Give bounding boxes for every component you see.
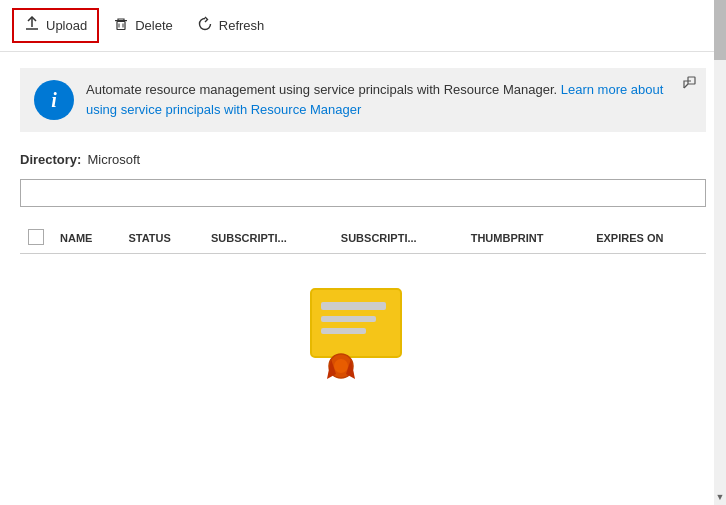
- certificates-table: NAME STATUS SUBSCRIPTI... SUBSCRIPTI... …: [20, 223, 706, 254]
- upload-label: Upload: [46, 18, 87, 33]
- directory-label: Directory:: [20, 152, 81, 167]
- select-all-checkbox[interactable]: [28, 229, 44, 245]
- svg-point-13: [334, 359, 348, 373]
- upload-icon: [24, 16, 40, 35]
- scrollbar-arrow-down[interactable]: ▼: [714, 489, 726, 505]
- table-header-row: NAME STATUS SUBSCRIPTI... SUBSCRIPTI... …: [20, 223, 706, 254]
- subscription1-column-header: SUBSCRIPTI...: [203, 223, 333, 254]
- toolbar: Upload Delete Refresh: [0, 0, 726, 52]
- expires-column-header: EXPIRES ON: [588, 223, 706, 254]
- main-content: i Automate resource management using ser…: [0, 52, 726, 415]
- delete-label: Delete: [135, 18, 173, 33]
- certificate-icon: [303, 284, 423, 379]
- info-icon: i: [34, 80, 74, 120]
- status-column-header: STATUS: [120, 223, 203, 254]
- directory-row: Directory: Microsoft: [20, 152, 706, 167]
- empty-state-illustration: [20, 254, 706, 399]
- svg-rect-11: [321, 328, 366, 334]
- thumbprint-column-header: THUMBPRINT: [463, 223, 588, 254]
- delete-icon: [113, 16, 129, 35]
- info-text: Automate resource management using servi…: [86, 80, 692, 119]
- upload-button[interactable]: Upload: [12, 8, 99, 43]
- scrollbar[interactable]: ▲ ▼: [714, 0, 726, 505]
- search-input[interactable]: [20, 179, 706, 207]
- info-banner: i Automate resource management using ser…: [20, 68, 706, 132]
- svg-rect-10: [321, 316, 376, 322]
- delete-button[interactable]: Delete: [103, 10, 183, 41]
- external-link-icon[interactable]: [683, 76, 696, 92]
- directory-value: Microsoft: [87, 152, 140, 167]
- refresh-button[interactable]: Refresh: [187, 10, 275, 41]
- svg-rect-9: [321, 302, 386, 310]
- svg-rect-8: [311, 289, 401, 357]
- name-column-header: NAME: [52, 223, 120, 254]
- refresh-icon: [197, 16, 213, 35]
- refresh-label: Refresh: [219, 18, 265, 33]
- scrollbar-thumb[interactable]: [714, 0, 726, 60]
- checkbox-column-header: [20, 223, 52, 254]
- info-main-text: Automate resource management using servi…: [86, 82, 561, 97]
- subscription2-column-header: SUBSCRIPTI...: [333, 223, 463, 254]
- svg-rect-3: [117, 22, 125, 30]
